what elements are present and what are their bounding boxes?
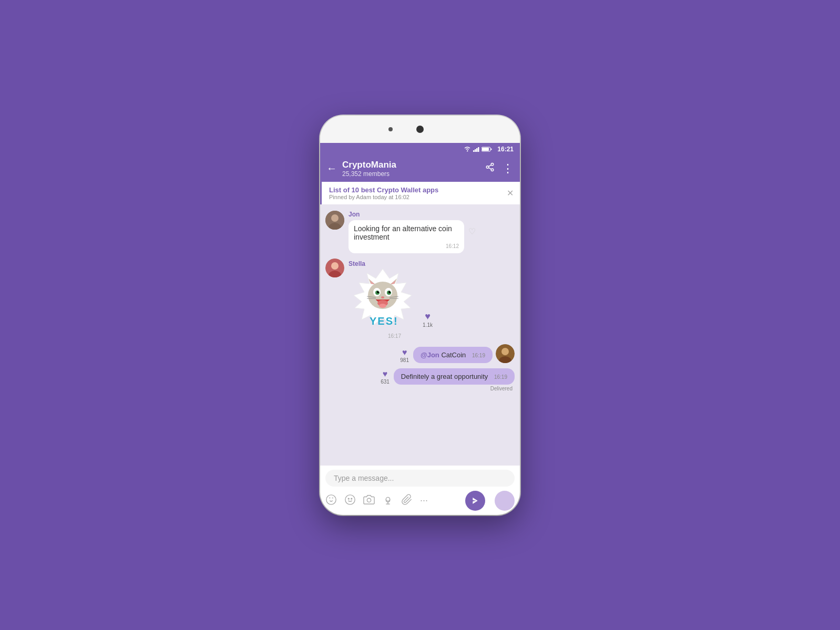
delivered-status: Delivered <box>490 386 513 391</box>
pinned-close-button[interactable]: ✕ <box>507 188 514 198</box>
svg-point-35 <box>379 304 386 308</box>
toolbar-icons: ··· <box>325 491 515 511</box>
reaction-count-sent2: 631 <box>381 379 390 385</box>
status-time: 16:21 <box>497 146 514 153</box>
svg-rect-2 <box>475 149 476 152</box>
more-options-icon[interactable]: ⋮ <box>502 162 514 175</box>
sticker-reaction: ♥ 1.1k <box>423 311 433 328</box>
sent-row-2: ♥ 631 Definitely a great opportunity 16:… <box>381 368 515 385</box>
avatar-me <box>496 344 515 363</box>
status-bar: 16:21 <box>320 143 520 156</box>
sender-name-jon: Jon <box>349 211 464 218</box>
avatar-jon <box>325 211 344 230</box>
bubble-jon: Looking for an alternative coin investme… <box>349 220 464 253</box>
svg-point-14 <box>331 214 339 222</box>
svg-rect-3 <box>476 148 478 152</box>
camera-icon[interactable] <box>363 494 375 508</box>
share-icon[interactable] <box>485 162 495 174</box>
pinned-bar[interactable]: List of 10 best Crypto Wallet apps Pinne… <box>320 182 520 204</box>
pinned-title: List of 10 best Crypto Wallet apps <box>329 186 507 194</box>
header-actions: ⋮ <box>485 162 514 175</box>
chat-header: ← CryptoMania 25,352 members ⋮ <box>320 156 520 182</box>
message-text-sent2: Definitely a great opportunity <box>401 373 488 380</box>
bubble-meta-jon: 16:12 <box>354 243 459 249</box>
reaction-count-stella: 1.1k <box>423 322 433 328</box>
sent-group-1: ♥ 981 @Jon CatCoin 16:19 <box>325 344 515 363</box>
battery-icon <box>482 147 492 152</box>
time-sent2: 16:19 <box>494 374 507 380</box>
svg-point-42 <box>501 348 509 355</box>
svg-point-47 <box>351 498 352 499</box>
svg-point-46 <box>348 498 349 499</box>
phone-top <box>320 116 520 143</box>
phone-speaker <box>388 127 393 131</box>
svg-rect-7 <box>491 148 492 150</box>
heart-icon-sent2[interactable]: ♥ <box>383 369 388 379</box>
time-sent1: 16:19 <box>472 353 485 358</box>
status-icons: 16:21 <box>464 146 514 153</box>
sent-row-1: ♥ 981 @Jon CatCoin 16:19 <box>400 344 515 363</box>
svg-rect-4 <box>478 147 479 152</box>
pinned-text: List of 10 best Crypto Wallet apps Pinne… <box>329 186 507 200</box>
svg-rect-1 <box>473 150 475 152</box>
input-bar: Type a message... <box>320 466 520 515</box>
attachment-icon[interactable] <box>401 494 413 508</box>
mention-jon: @Jon <box>421 351 441 359</box>
wifi-icon <box>464 147 471 152</box>
svg-point-44 <box>326 494 336 504</box>
voice-icon[interactable] <box>382 494 394 508</box>
send-button[interactable] <box>465 491 485 511</box>
extra-button[interactable] <box>495 491 515 511</box>
svg-text:YES!: YES! <box>370 315 398 327</box>
back-button[interactable]: ← <box>326 162 337 174</box>
emoji-icon[interactable] <box>344 494 356 508</box>
heart-icon-stella[interactable]: ♥ <box>425 311 431 322</box>
signal-icon <box>473 147 479 152</box>
chat-area: Jon Looking for an alternative coin inve… <box>320 204 520 466</box>
svg-line-12 <box>488 165 491 167</box>
svg-line-11 <box>488 168 491 169</box>
like-button-jon[interactable]: ♡ <box>468 226 476 236</box>
header-info: CryptoMania 25,352 members <box>342 160 480 178</box>
input-placeholder: Type a message... <box>334 474 394 482</box>
yes-sticker: YES! <box>349 268 417 331</box>
svg-point-8 <box>491 163 494 166</box>
reaction-count-sent1: 981 <box>400 357 409 363</box>
svg-point-33 <box>381 296 384 298</box>
svg-point-49 <box>386 497 390 501</box>
svg-point-45 <box>345 494 355 504</box>
reaction-wrapper-2: ♥ 631 <box>381 369 390 385</box>
sticker-container: YES! ♥ 1.1k <box>349 268 417 333</box>
phone-camera <box>416 126 424 133</box>
reaction-wrapper-1: ♥ 981 <box>400 348 409 363</box>
message-row-stella: Stella <box>325 259 515 339</box>
svg-point-10 <box>491 169 494 171</box>
more-icon[interactable]: ··· <box>420 495 428 506</box>
svg-point-9 <box>486 166 489 169</box>
sender-name-stella: Stella <box>349 260 365 267</box>
svg-rect-6 <box>482 148 489 151</box>
header-subtitle: 25,352 members <box>342 170 480 178</box>
heart-icon-sent1[interactable]: ♥ <box>402 348 407 357</box>
sticker-icon[interactable] <box>325 494 337 508</box>
svg-point-32 <box>390 291 391 292</box>
sent-group-2: ♥ 631 Definitely a great opportunity 16:… <box>325 368 515 391</box>
sticker-time: 16:17 <box>349 333 401 339</box>
bubble-sent-catcoin: @Jon CatCoin 16:19 <box>413 347 493 363</box>
svg-marker-52 <box>473 498 477 504</box>
svg-point-17 <box>331 262 339 270</box>
message-row-jon: Jon Looking for an alternative coin inve… <box>325 211 515 253</box>
phone-body: 16:21 ← CryptoMania 25,352 members ⋮ <box>320 116 520 515</box>
message-text-jon: Looking for an alternative coin investme… <box>354 224 452 241</box>
bubble-wrapper-jon: Jon Looking for an alternative coin inve… <box>349 211 464 253</box>
avatar-stella <box>325 259 344 277</box>
svg-point-48 <box>367 498 371 502</box>
svg-point-0 <box>467 150 468 151</box>
header-title: CryptoMania <box>342 160 480 170</box>
svg-point-31 <box>378 291 380 292</box>
message-time-jon: 16:12 <box>446 243 459 249</box>
coin-name: CatCoin <box>441 351 466 359</box>
bubble-sent-opportunity: Definitely a great opportunity 16:19 <box>394 368 515 385</box>
pinned-subtitle: Pinned by Adam today at 16:02 <box>329 194 507 200</box>
message-input[interactable]: Type a message... <box>325 470 515 487</box>
